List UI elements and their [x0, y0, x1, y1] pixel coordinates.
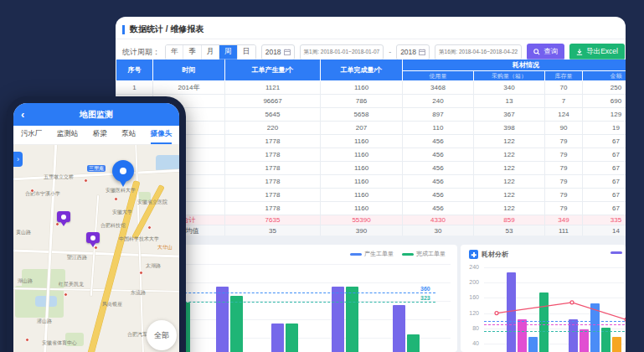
table-row: 7177811604561227967 — [116, 162, 626, 175]
gridline — [484, 267, 624, 268]
cell-value: 70 — [545, 81, 583, 95]
cell-value: 1778 — [225, 202, 321, 215]
period-option-年[interactable]: 年 — [166, 45, 183, 60]
cell-value: 79 — [545, 202, 583, 215]
legend-item-完成工单量[interactable]: 完成工单量 — [402, 250, 446, 258]
cell-value: 5645 — [225, 108, 321, 122]
cell-value: 129 — [583, 108, 626, 122]
phone-screen: ‹ 地图监测 污水厂监测站桥梁泵站摄像头 三里庵五里墩立交桥合肥市宁溪小学安徽医… — [13, 103, 179, 352]
tab-泵站[interactable]: 泵站 — [121, 126, 136, 144]
poi-dot — [30, 189, 34, 193]
legend-item-产生工单量[interactable]: 产生工单量 — [350, 250, 394, 258]
reference-line — [484, 324, 625, 325]
year-start-select[interactable]: 2018 — [261, 44, 295, 60]
cell-time: 2014年 — [153, 81, 225, 95]
bar-产生工单量 — [216, 287, 229, 352]
period-option-周[interactable]: 周 — [219, 45, 237, 60]
cell-value: 90 — [545, 122, 583, 135]
map-expander-button[interactable]: › — [13, 152, 23, 167]
breadcrumb-accent — [122, 25, 125, 34]
bar-完成工单量 — [407, 334, 420, 352]
camera-marker-tip — [90, 242, 96, 247]
column-header: 时间 — [153, 60, 225, 81]
avg-value: 30 — [403, 225, 474, 236]
bar-consumable — [612, 337, 621, 352]
poi-dot — [114, 197, 118, 201]
subcolumn-header: 采购量（箱） — [474, 71, 545, 81]
range-separator: - — [389, 48, 391, 56]
phone-tab-bar: 污水厂监测站桥梁泵站摄像头 — [13, 126, 179, 145]
reference-line — [484, 331, 625, 332]
bar-consumable — [539, 292, 549, 352]
table-row: 8177811604561227967 — [116, 175, 626, 189]
total-value: 349 — [545, 215, 583, 225]
cell-value: 456 — [403, 162, 474, 175]
table-row: 296667786240137690 — [116, 95, 626, 108]
poi-dot — [139, 271, 143, 275]
column-header: 序号 — [116, 60, 153, 81]
bar-产生工单量 — [332, 287, 344, 352]
week-range-end-value: 第16周: 2018-04-16~2018-04-22 — [439, 49, 518, 56]
map-main-road — [87, 181, 140, 352]
cell-value: 897 — [403, 108, 474, 122]
cell-value: 122 — [474, 175, 545, 189]
total-value: 859 — [474, 215, 545, 225]
map-label-大华山: 大华山 — [157, 244, 173, 251]
column-header: 工单完成量/个 — [321, 60, 403, 81]
y-axis-tick: 160 — [464, 294, 479, 300]
all-button-label: 全部 — [154, 330, 169, 341]
cell-value: 456 — [403, 189, 474, 202]
cell-value: 456 — [403, 175, 474, 189]
week-range-start[interactable]: 第1周: 2018-01-01~2018-01-07 — [300, 44, 384, 60]
phone-title: 地图监测 — [80, 109, 113, 121]
period-option-月[interactable]: 月 — [202, 45, 219, 60]
subcolumn-header: 金额 — [583, 71, 626, 81]
cell-value: 67 — [583, 189, 626, 202]
cell-value: 1160 — [321, 189, 403, 202]
cell-value: 398 — [474, 122, 545, 135]
period-option-日[interactable]: 日 — [238, 45, 255, 60]
export-excel-button[interactable]: 导出Excel — [569, 44, 625, 60]
browser-window: 数据统计 / 维修报表 统计周期： 年季月周日 2018 第1周: 2018-0… — [116, 17, 626, 352]
period-option-季[interactable]: 季 — [183, 45, 201, 60]
chart-title-text: 耗材分析 — [482, 250, 508, 259]
cell-value: 1778 — [225, 162, 321, 175]
gridline — [484, 282, 624, 283]
camera-marker-tip — [60, 221, 67, 226]
cell-value: 110 — [403, 122, 474, 135]
y-axis-tick: 120 — [464, 310, 479, 316]
tab-摄像头[interactable]: 摄像头 — [151, 126, 173, 144]
query-button-label: 查询 — [544, 47, 558, 57]
gridline — [142, 264, 451, 265]
bar-完成工单量 — [346, 287, 358, 352]
year-end-select[interactable]: 2018 — [396, 44, 430, 60]
consumables-chart-legend[interactable] — [611, 251, 622, 254]
query-button[interactable]: 查询 — [527, 44, 564, 60]
week-range-end[interactable]: 第16周: 2018-04-16~2018-04-22 — [435, 44, 522, 60]
cell-value: 79 — [545, 162, 583, 175]
calendar-icon — [419, 49, 425, 55]
legend-label: 产生工单量 — [364, 250, 394, 258]
map-label-太湖路: 太湖路 — [146, 262, 161, 270]
map-label-安徽医科大学: 安徽医科大学 — [106, 187, 136, 194]
total-row: 合计7635553904330859349335 — [116, 215, 626, 225]
tab-污水厂[interactable]: 污水厂 — [21, 126, 43, 144]
cell-index: 1 — [116, 81, 153, 95]
tab-桥梁[interactable]: 桥梁 — [93, 126, 107, 144]
cell-value: 1160 — [321, 81, 403, 95]
week-range-start-value: 第1周: 2018-01-01~2018-01-07 — [304, 49, 380, 56]
legend-dash — [611, 251, 622, 254]
all-filter-button[interactable]: 全部 — [147, 320, 177, 350]
avg-value: 53 — [474, 225, 545, 236]
cell-value: 67 — [583, 162, 626, 175]
tab-监测站[interactable]: 监测站 — [57, 126, 79, 144]
back-icon[interactable]: ‹ — [21, 109, 28, 120]
cell-value: 124 — [545, 108, 583, 122]
total-value: 4330 — [403, 215, 474, 225]
reference-line-label: 360 — [420, 286, 430, 292]
reference-line-360 — [151, 292, 435, 293]
cell-value: 207 — [321, 122, 403, 135]
cell-value: 1160 — [321, 148, 403, 162]
map-view[interactable]: 三里庵五里墩立交桥合肥市宁溪小学安徽医科大学安徽省立医院安徽大学合肥科技馆黄山路… — [13, 145, 179, 352]
table-row: 42202071103989019 — [116, 122, 626, 135]
